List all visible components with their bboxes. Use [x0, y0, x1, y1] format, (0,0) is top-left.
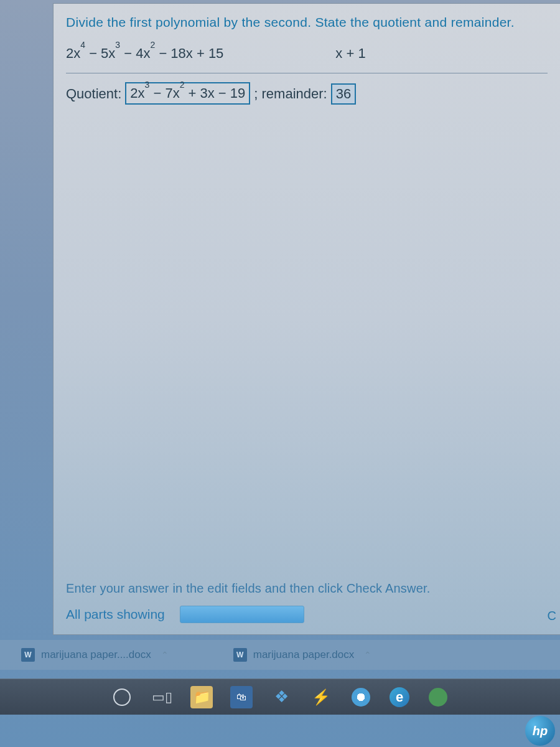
- instruction-text: Divide the first polynomial by the secon…: [66, 15, 548, 30]
- downloads-bar: W marijuana paper....docx ⌃ W marijuana …: [0, 640, 560, 670]
- polynomial-row: 2x4 − 5x3 − 4x2 − 18x + 15 x + 1: [66, 45, 548, 62]
- quotient-input[interactable]: 2x3 − 7x2 + 3x − 19: [125, 82, 250, 104]
- check-answer-button[interactable]: [180, 606, 304, 623]
- bolt-icon[interactable]: ⚡: [310, 686, 332, 708]
- download-filename: marijuana paper....docx: [41, 649, 151, 661]
- word-icon: W: [21, 648, 35, 662]
- hint-text: Enter your answer in the edit fields and…: [66, 581, 431, 596]
- browser-icon[interactable]: [350, 686, 372, 708]
- cortana-icon[interactable]: [111, 686, 133, 708]
- download-filename: marijuana paper.docx: [253, 649, 355, 661]
- task-view-icon[interactable]: ▭▯: [151, 686, 173, 708]
- word-icon: W: [233, 648, 247, 662]
- chevron-up-icon[interactable]: ⌃: [161, 650, 169, 660]
- divider-line: [66, 73, 548, 73]
- bottom-row: All parts showing: [66, 606, 304, 623]
- edge-icon[interactable]: e: [390, 687, 409, 707]
- dividend: 2x4 − 5x3 − 4x2 − 18x + 15: [66, 45, 223, 62]
- download-chip[interactable]: W marijuana paper.docx ⌃: [225, 644, 381, 665]
- answer-row: Quotient: 2x3 − 7x2 + 3x − 19 ; remainde…: [66, 82, 548, 104]
- file-explorer-icon[interactable]: 📁: [190, 686, 213, 708]
- hp-logo-icon: hp: [525, 716, 555, 746]
- all-parts-label: All parts showing: [66, 607, 165, 622]
- chevron-up-icon[interactable]: ⌃: [364, 650, 371, 660]
- question-panel: Divide the first polynomial by the secon…: [53, 3, 560, 635]
- quotient-label: Quotient:: [66, 86, 121, 102]
- app-icon[interactable]: [427, 686, 449, 708]
- remainder-label: ; remainder:: [254, 86, 327, 102]
- divisor: x + 1: [335, 45, 365, 62]
- windows-taskbar: ▭▯ 📁 🛍 ❖ ⚡ e: [0, 679, 560, 715]
- corner-letter: C: [548, 609, 556, 623]
- ms-store-icon[interactable]: 🛍: [230, 686, 253, 708]
- download-chip[interactable]: W marijuana paper....docx ⌃: [12, 644, 177, 665]
- dropbox-icon[interactable]: ❖: [270, 686, 292, 708]
- remainder-input[interactable]: 36: [331, 83, 356, 105]
